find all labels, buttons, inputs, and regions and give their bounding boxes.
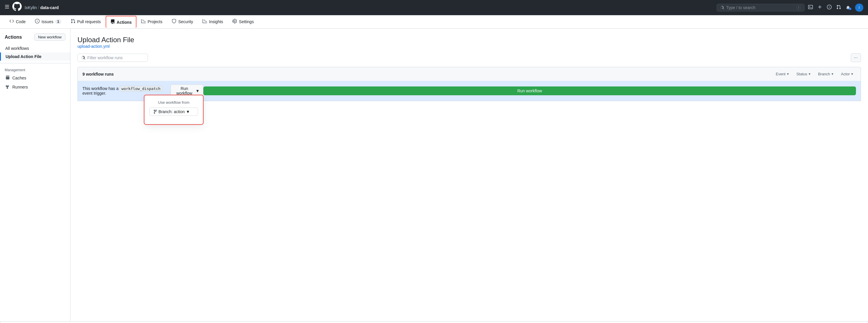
run-workflow-caret-icon: ▼ xyxy=(195,88,199,93)
actions-tab-icon xyxy=(110,19,115,25)
issues-tab-icon xyxy=(35,19,40,24)
new-workflow-button[interactable]: New workflow xyxy=(34,33,65,41)
branch-select-caret: ▼ xyxy=(186,109,190,114)
notifications-wrap xyxy=(846,5,850,10)
pr-icon[interactable] xyxy=(836,5,841,10)
run-workflow-confirm-button[interactable]: Run workflow xyxy=(204,86,856,95)
run-workflow-button[interactable]: Run workflow ▼ Use workflow from Branch:… xyxy=(170,84,204,97)
code-icon xyxy=(9,19,14,24)
tab-actions-label: Actions xyxy=(117,20,132,25)
hamburger-icon[interactable] xyxy=(5,4,9,10)
sidebar-header: Actions New workflow xyxy=(0,33,70,44)
tab-projects-label: Projects xyxy=(148,19,162,24)
tab-settings[interactable]: Settings xyxy=(228,15,258,29)
issues-badge: 1 xyxy=(55,19,61,24)
workflow-toolbar: ··· xyxy=(78,53,861,62)
sidebar-item-upload-action[interactable]: Upload Action File xyxy=(0,52,70,61)
settings-tab-icon xyxy=(232,19,237,24)
caches-label: Caches xyxy=(12,76,26,80)
sidebar: Actions New workflow All workflows Uploa… xyxy=(0,29,70,321)
workflow-file-link[interactable]: upload-action.yml xyxy=(78,44,110,49)
plus-icon[interactable] xyxy=(817,5,822,10)
dispatch-code: workflow_dispatch xyxy=(120,86,162,92)
top-nav: IxKylin / data-card / I xyxy=(0,0,868,15)
tab-actions[interactable]: Actions xyxy=(106,16,136,28)
main-layout: Actions New workflow All workflows Uploa… xyxy=(0,29,868,321)
actor-filter-button[interactable]: Actor ▼ xyxy=(839,71,856,77)
breadcrumb: IxKylin / data-card xyxy=(25,5,59,10)
run-workflow-dropdown-title: Use workflow from xyxy=(149,100,198,105)
run-workflow-dropdown: Use workflow from Branch: action ▼ xyxy=(144,95,203,124)
tab-security-label: Security xyxy=(178,19,193,24)
table-row[interactable]: test: 测试不使用文件拷贝 Upload Action File #9: C… xyxy=(0,321,868,323)
repo-link[interactable]: data-card xyxy=(40,5,59,10)
tab-security[interactable]: Security xyxy=(167,15,198,29)
event-filter-caret: ▼ xyxy=(786,72,789,76)
filter-input[interactable] xyxy=(87,56,144,60)
notification-dot xyxy=(849,8,851,10)
tab-issues-label: Issues xyxy=(41,19,53,24)
status-filter-button[interactable]: Status ▼ xyxy=(794,71,813,77)
event-filter-button[interactable]: Event ▼ xyxy=(774,71,792,77)
dispatch-banner-wrapper: This workflow has a workflow_dispatch ev… xyxy=(78,81,861,101)
actor-filter-caret: ▼ xyxy=(851,72,854,76)
sidebar-divider xyxy=(0,63,70,63)
caches-icon xyxy=(5,75,10,81)
filter-dropdowns: Event ▼ Status ▼ Branch ▼ Actor ▼ xyxy=(774,71,856,77)
more-options-button[interactable]: ··· xyxy=(851,53,861,62)
dispatch-banner: This workflow has a workflow_dispatch ev… xyxy=(78,81,861,101)
sidebar-title: Actions xyxy=(5,35,22,40)
breadcrumb-slash: / xyxy=(38,5,39,10)
workflow-subtitle: upload-action.yml xyxy=(78,44,861,49)
sidebar-management-label: Management xyxy=(0,66,70,73)
tab-code-label: Code xyxy=(16,19,26,24)
terminal-icon[interactable] xyxy=(808,5,813,10)
search-input[interactable] xyxy=(726,5,795,10)
status-filter-caret: ▼ xyxy=(808,72,811,76)
filter-search-icon xyxy=(81,56,85,60)
branch-icon xyxy=(153,109,157,114)
global-search[interactable]: / xyxy=(717,4,805,11)
avatar[interactable]: I xyxy=(855,3,863,12)
content-area: Upload Action File upload-action.yml ···… xyxy=(70,29,868,321)
sidebar-item-runners[interactable]: Runners xyxy=(0,82,70,92)
workflow-title: Upload Action File xyxy=(78,36,861,44)
sidebar-item-all-workflows[interactable]: All workflows xyxy=(0,44,70,52)
tab-pr-label: Pull requests xyxy=(77,19,101,24)
dispatch-text: This workflow has a workflow_dispatch ev… xyxy=(83,86,170,96)
runs-header: 9 workflow runs Event ▼ Status ▼ Branch … xyxy=(78,67,861,81)
upload-action-label: Upload Action File xyxy=(6,54,41,59)
branch-select[interactable]: Branch: action ▼ xyxy=(149,108,198,116)
repo-tabs: Code Issues 1 Pull requests Actions Proj… xyxy=(0,15,868,29)
branch-filter-button[interactable]: Branch ▼ xyxy=(816,71,836,77)
all-workflows-label: All workflows xyxy=(5,46,29,51)
insights-tab-icon xyxy=(203,19,207,24)
runs-count: 9 workflow runs xyxy=(83,72,114,76)
tab-code[interactable]: Code xyxy=(5,15,30,29)
tab-insights-label: Insights xyxy=(209,19,223,24)
projects-tab-icon xyxy=(141,19,146,24)
runners-label: Runners xyxy=(12,85,28,89)
filter-search-box[interactable] xyxy=(78,53,148,62)
tab-settings-label: Settings xyxy=(239,19,254,24)
top-nav-actions: I xyxy=(808,3,863,12)
tab-issues[interactable]: Issues 1 xyxy=(30,15,66,29)
runs-list: test: 测试不使用文件拷贝 Upload Action File #9: C… xyxy=(0,321,868,323)
security-tab-icon xyxy=(172,19,176,24)
tab-pull-requests[interactable]: Pull requests xyxy=(66,15,106,29)
issues-icon[interactable] xyxy=(827,5,832,10)
user-link[interactable]: IxKylin xyxy=(25,5,37,10)
tab-insights[interactable]: Insights xyxy=(198,15,228,29)
runners-icon xyxy=(5,84,10,90)
pr-tab-icon xyxy=(71,19,75,24)
workflow-header: Upload Action File upload-action.yml xyxy=(78,36,861,49)
branch-select-label: Branch: action xyxy=(158,109,185,114)
sidebar-item-caches[interactable]: Caches xyxy=(0,73,70,82)
branch-filter-caret: ▼ xyxy=(831,72,834,76)
search-kbd: / xyxy=(797,5,801,10)
github-logo-icon[interactable] xyxy=(12,2,22,13)
tab-projects[interactable]: Projects xyxy=(136,15,167,29)
